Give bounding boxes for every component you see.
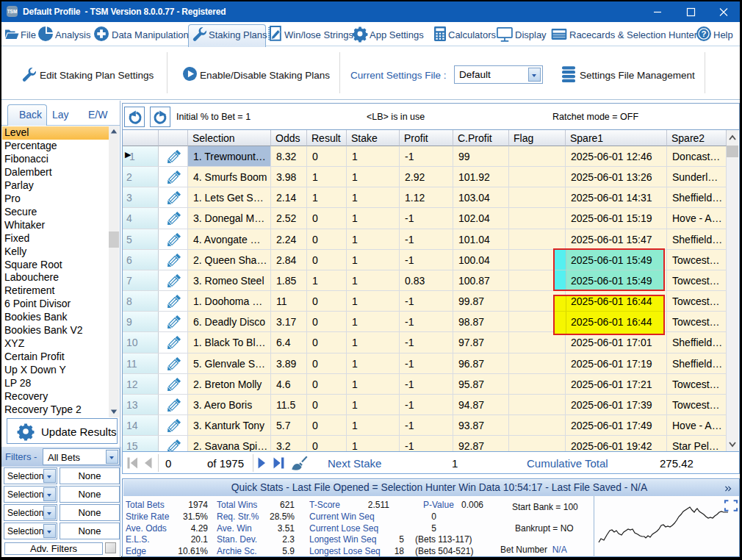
svg-text:?: ? xyxy=(702,29,707,38)
